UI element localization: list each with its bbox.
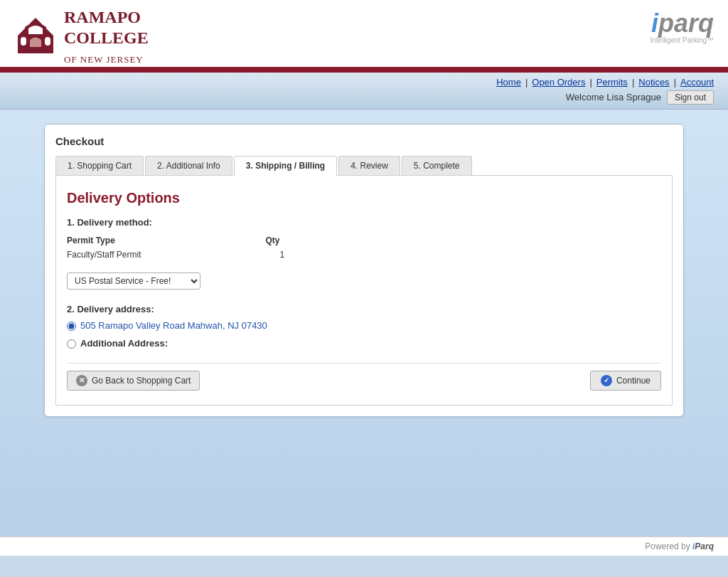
nav-account[interactable]: Account (680, 77, 714, 88)
svg-rect-10 (45, 37, 50, 46)
additional-address-label: Additional Address: (80, 338, 168, 349)
nav-permits[interactable]: Permits (596, 77, 628, 88)
continue-button[interactable]: ✓ Continue (590, 371, 661, 391)
iparq-parq: parq (658, 9, 714, 38)
checkout-content: Delivery Options 1. Delivery method: Per… (55, 176, 673, 406)
powered-by-text: Powered by (645, 541, 692, 551)
back-button-label: Go Back to Shopping Cart (92, 376, 191, 386)
checkout-title: Checkout (55, 135, 673, 147)
svg-rect-9 (21, 37, 26, 46)
iparq-i: i (651, 9, 658, 38)
svg-rect-8 (18, 47, 53, 53)
nav-open-orders[interactable]: Open Orders (532, 77, 585, 88)
nav-links: Home | Open Orders | Permits | Notices |… (496, 77, 714, 88)
nav-user: Welcome Lisa Sprague Sign out (566, 90, 714, 105)
col-permit-type: Permit Type (67, 233, 237, 248)
signout-button[interactable]: Sign out (667, 90, 714, 105)
back-button[interactable]: ✕ Go Back to Shopping Cart (67, 371, 200, 391)
address-line1: 505 Ramapo Valley Road (80, 320, 185, 331)
welcome-text: Welcome Lisa Sprague (566, 92, 661, 102)
college-logo-icon (14, 14, 57, 59)
page-footer: Powered by iParq (0, 536, 728, 556)
delivery-address-label: 2. Delivery address: (67, 304, 661, 314)
iparq-logo: iparq Intelligent Parking™ (651, 11, 714, 44)
iparq-tagline: Intelligent Parking™ (651, 36, 714, 44)
checkout-tabs: 1. Shopping Cart 2. Additional Info 3. S… (55, 156, 673, 176)
delivery-address-section: 2. Delivery address: 505 Ramapo Valley R… (67, 304, 661, 349)
header: RAMAPO COLLEGE OF NEW JERSEY iparq Intel… (0, 0, 728, 73)
delivery-method-label: 1. Delivery method: (67, 217, 661, 228)
delivery-method-section: 1. Delivery method: Permit Type Qty Facu… (67, 217, 661, 290)
tab-additional-info[interactable]: 2. Additional Info (145, 156, 232, 175)
nav-bar: Home | Open Orders | Permits | Notices |… (0, 73, 728, 110)
delivery-table: Permit Type Qty Faculty/Staff Permit 1 (67, 233, 351, 262)
address-option-primary: 505 Ramapo Valley Road Mahwah, NJ 07430 (67, 320, 661, 331)
tab-shipping-billing[interactable]: 3. Shipping / Billing (234, 156, 337, 176)
logo-area: RAMAPO COLLEGE OF NEW JERSEY (14, 7, 149, 67)
college-name: RAMAPO COLLEGE OF NEW JERSEY (64, 7, 149, 67)
address-line2: Mahwah, NJ 07430 (188, 320, 267, 331)
checkout-box: Checkout 1. Shopping Cart 2. Additional … (44, 124, 684, 417)
nav-notices[interactable]: Notices (638, 77, 669, 88)
main-content: Checkout 1. Shopping Cart 2. Additional … (0, 110, 728, 536)
address-radio-primary[interactable] (67, 322, 76, 331)
footer-iparq: iParq (692, 541, 714, 551)
nav-home[interactable]: Home (496, 77, 521, 88)
tab-complete[interactable]: 5. Complete (402, 156, 472, 175)
delivery-method-select[interactable]: US Postal Service - Free! (67, 272, 200, 290)
address-radio-additional[interactable] (67, 339, 76, 349)
continue-icon: ✓ (601, 375, 612, 386)
back-icon: ✕ (76, 375, 87, 386)
form-actions: ✕ Go Back to Shopping Cart ✓ Continue (67, 363, 661, 391)
page-title: Delivery Options (67, 190, 661, 206)
tab-shopping-cart[interactable]: 1. Shopping Cart (55, 156, 144, 175)
permit-qty: 1 (237, 248, 351, 262)
table-row: Faculty/Staff Permit 1 (67, 248, 351, 262)
col-qty: Qty (237, 233, 351, 248)
address-option-additional: Additional Address: (67, 338, 661, 349)
continue-button-label: Continue (616, 376, 651, 386)
permit-name: Faculty/Staff Permit (67, 248, 237, 262)
tab-review[interactable]: 4. Review (338, 156, 400, 175)
